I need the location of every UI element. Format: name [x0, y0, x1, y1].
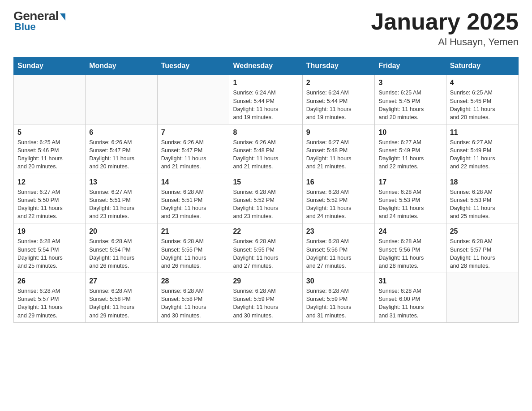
- day-info: Sunrise: 6:28 AM Sunset: 5:57 PM Dayligh…: [17, 287, 82, 320]
- day-info: Sunrise: 6:27 AM Sunset: 5:49 PM Dayligh…: [450, 138, 515, 171]
- page-header: General Blue January 2025 Al Husayn, Yem…: [13, 9, 519, 48]
- col-tuesday: Tuesday: [157, 57, 229, 75]
- col-thursday: Thursday: [302, 57, 375, 75]
- calendar-cell-1-4: 1Sunrise: 6:24 AM Sunset: 5:44 PM Daylig…: [229, 75, 302, 124]
- calendar-cell-3-5: 16Sunrise: 6:28 AM Sunset: 5:52 PM Dayli…: [302, 174, 375, 223]
- calendar-cell-3-7: 18Sunrise: 6:28 AM Sunset: 5:53 PM Dayli…: [446, 174, 518, 223]
- day-number: 30: [306, 276, 371, 286]
- day-number: 7: [161, 127, 226, 137]
- col-monday: Monday: [86, 57, 157, 75]
- day-number: 28: [161, 276, 226, 286]
- day-info: Sunrise: 6:28 AM Sunset: 6:00 PM Dayligh…: [378, 287, 442, 320]
- calendar-cell-5-7: [446, 273, 518, 322]
- calendar-cell-2-7: 11Sunrise: 6:27 AM Sunset: 5:49 PM Dayli…: [446, 124, 518, 174]
- day-info: Sunrise: 6:28 AM Sunset: 5:52 PM Dayligh…: [306, 188, 371, 221]
- col-friday: Friday: [375, 57, 446, 75]
- day-info: Sunrise: 6:26 AM Sunset: 5:47 PM Dayligh…: [161, 138, 226, 171]
- day-number: 25: [450, 226, 515, 236]
- calendar-cell-1-2: [86, 75, 157, 124]
- day-number: 10: [378, 127, 442, 137]
- day-number: 1: [233, 77, 298, 88]
- calendar-cell-1-7: 4Sunrise: 6:25 AM Sunset: 5:45 PM Daylig…: [446, 75, 518, 124]
- calendar-cell-2-2: 6Sunrise: 6:26 AM Sunset: 5:47 PM Daylig…: [86, 124, 157, 174]
- calendar-table: Sunday Monday Tuesday Wednesday Thursday…: [13, 57, 519, 322]
- day-number: 12: [17, 177, 82, 187]
- calendar-week-row-1: 1Sunrise: 6:24 AM Sunset: 5:44 PM Daylig…: [14, 75, 519, 124]
- calendar-cell-4-3: 21Sunrise: 6:28 AM Sunset: 5:55 PM Dayli…: [157, 223, 229, 273]
- calendar-week-row-2: 5Sunrise: 6:25 AM Sunset: 5:46 PM Daylig…: [14, 124, 519, 174]
- calendar-cell-5-6: 31Sunrise: 6:28 AM Sunset: 6:00 PM Dayli…: [375, 273, 446, 322]
- day-number: 14: [161, 177, 226, 187]
- day-number: 6: [89, 127, 153, 137]
- day-number: 4: [450, 77, 515, 88]
- day-info: Sunrise: 6:25 AM Sunset: 5:45 PM Dayligh…: [378, 89, 442, 121]
- col-saturday: Saturday: [446, 57, 518, 75]
- calendar-cell-3-4: 15Sunrise: 6:28 AM Sunset: 5:52 PM Dayli…: [229, 174, 302, 223]
- day-info: Sunrise: 6:26 AM Sunset: 5:47 PM Dayligh…: [89, 138, 153, 171]
- day-info: Sunrise: 6:26 AM Sunset: 5:48 PM Dayligh…: [233, 138, 298, 171]
- day-info: Sunrise: 6:28 AM Sunset: 5:52 PM Dayligh…: [233, 188, 298, 221]
- logo-blue-text: Blue: [14, 21, 36, 33]
- calendar-cell-3-3: 14Sunrise: 6:28 AM Sunset: 5:51 PM Dayli…: [157, 174, 229, 223]
- day-number: 13: [89, 177, 153, 187]
- day-number: 18: [450, 177, 515, 187]
- calendar-week-row-4: 19Sunrise: 6:28 AM Sunset: 5:54 PM Dayli…: [14, 223, 519, 273]
- day-info: Sunrise: 6:25 AM Sunset: 5:46 PM Dayligh…: [17, 138, 82, 171]
- day-info: Sunrise: 6:24 AM Sunset: 5:44 PM Dayligh…: [306, 89, 371, 121]
- calendar-cell-2-1: 5Sunrise: 6:25 AM Sunset: 5:46 PM Daylig…: [14, 124, 86, 174]
- calendar-cell-4-2: 20Sunrise: 6:28 AM Sunset: 5:54 PM Dayli…: [86, 223, 157, 273]
- calendar-cell-4-6: 24Sunrise: 6:28 AM Sunset: 5:56 PM Dayli…: [375, 223, 446, 273]
- day-number: 19: [17, 226, 82, 236]
- calendar-cell-4-7: 25Sunrise: 6:28 AM Sunset: 5:57 PM Dayli…: [446, 223, 518, 273]
- day-number: 29: [233, 276, 298, 286]
- calendar-cell-1-1: [14, 75, 86, 124]
- calendar-cell-5-5: 30Sunrise: 6:28 AM Sunset: 5:59 PM Dayli…: [302, 273, 375, 322]
- calendar-cell-5-2: 27Sunrise: 6:28 AM Sunset: 5:58 PM Dayli…: [86, 273, 157, 322]
- calendar-cell-2-5: 9Sunrise: 6:27 AM Sunset: 5:48 PM Daylig…: [302, 124, 375, 174]
- day-info: Sunrise: 6:25 AM Sunset: 5:45 PM Dayligh…: [450, 89, 515, 121]
- day-number: 27: [89, 276, 153, 286]
- day-info: Sunrise: 6:28 AM Sunset: 5:55 PM Dayligh…: [161, 237, 226, 270]
- day-number: 17: [378, 177, 442, 187]
- col-sunday: Sunday: [14, 57, 86, 75]
- day-number: 2: [306, 77, 371, 88]
- calendar-subtitle: Al Husayn, Yemen: [371, 36, 519, 48]
- day-info: Sunrise: 6:28 AM Sunset: 5:56 PM Dayligh…: [378, 237, 442, 270]
- calendar-week-row-5: 26Sunrise: 6:28 AM Sunset: 5:57 PM Dayli…: [14, 273, 519, 322]
- title-block: January 2025 Al Husayn, Yemen: [371, 9, 519, 48]
- calendar-cell-3-1: 12Sunrise: 6:27 AM Sunset: 5:50 PM Dayli…: [14, 174, 86, 223]
- calendar-header-row: Sunday Monday Tuesday Wednesday Thursday…: [14, 57, 519, 75]
- day-info: Sunrise: 6:27 AM Sunset: 5:48 PM Dayligh…: [306, 138, 371, 171]
- calendar-cell-1-3: [157, 75, 229, 124]
- calendar-cell-1-6: 3Sunrise: 6:25 AM Sunset: 5:45 PM Daylig…: [375, 75, 446, 124]
- day-info: Sunrise: 6:24 AM Sunset: 5:44 PM Dayligh…: [233, 89, 298, 121]
- calendar-cell-4-1: 19Sunrise: 6:28 AM Sunset: 5:54 PM Dayli…: [14, 223, 86, 273]
- day-number: 22: [233, 226, 298, 236]
- day-number: 11: [450, 127, 515, 137]
- day-number: 5: [17, 127, 82, 137]
- day-info: Sunrise: 6:28 AM Sunset: 5:59 PM Dayligh…: [306, 287, 371, 320]
- day-info: Sunrise: 6:28 AM Sunset: 5:58 PM Dayligh…: [89, 287, 153, 320]
- day-info: Sunrise: 6:28 AM Sunset: 5:55 PM Dayligh…: [233, 237, 298, 270]
- day-info: Sunrise: 6:28 AM Sunset: 5:53 PM Dayligh…: [450, 188, 515, 221]
- calendar-cell-5-1: 26Sunrise: 6:28 AM Sunset: 5:57 PM Dayli…: [14, 273, 86, 322]
- calendar-title: January 2025: [371, 9, 519, 34]
- day-info: Sunrise: 6:28 AM Sunset: 5:59 PM Dayligh…: [233, 287, 298, 320]
- day-number: 26: [17, 276, 82, 286]
- day-info: Sunrise: 6:28 AM Sunset: 5:54 PM Dayligh…: [17, 237, 82, 270]
- day-info: Sunrise: 6:28 AM Sunset: 5:54 PM Dayligh…: [89, 237, 153, 270]
- day-info: Sunrise: 6:28 AM Sunset: 5:57 PM Dayligh…: [450, 237, 515, 270]
- calendar-cell-2-4: 8Sunrise: 6:26 AM Sunset: 5:48 PM Daylig…: [229, 124, 302, 174]
- day-info: Sunrise: 6:27 AM Sunset: 5:51 PM Dayligh…: [89, 188, 153, 221]
- day-info: Sunrise: 6:27 AM Sunset: 5:50 PM Dayligh…: [17, 188, 82, 221]
- day-number: 15: [233, 177, 298, 187]
- calendar-cell-1-5: 2Sunrise: 6:24 AM Sunset: 5:44 PM Daylig…: [302, 75, 375, 124]
- day-info: Sunrise: 6:28 AM Sunset: 5:53 PM Dayligh…: [378, 188, 442, 221]
- day-info: Sunrise: 6:28 AM Sunset: 5:51 PM Dayligh…: [161, 188, 226, 221]
- day-info: Sunrise: 6:27 AM Sunset: 5:49 PM Dayligh…: [378, 138, 442, 171]
- day-number: 31: [378, 276, 442, 286]
- calendar-cell-4-4: 22Sunrise: 6:28 AM Sunset: 5:55 PM Dayli…: [229, 223, 302, 273]
- calendar-cell-2-6: 10Sunrise: 6:27 AM Sunset: 5:49 PM Dayli…: [375, 124, 446, 174]
- day-number: 8: [233, 127, 298, 137]
- calendar-cell-3-6: 17Sunrise: 6:28 AM Sunset: 5:53 PM Dayli…: [375, 174, 446, 223]
